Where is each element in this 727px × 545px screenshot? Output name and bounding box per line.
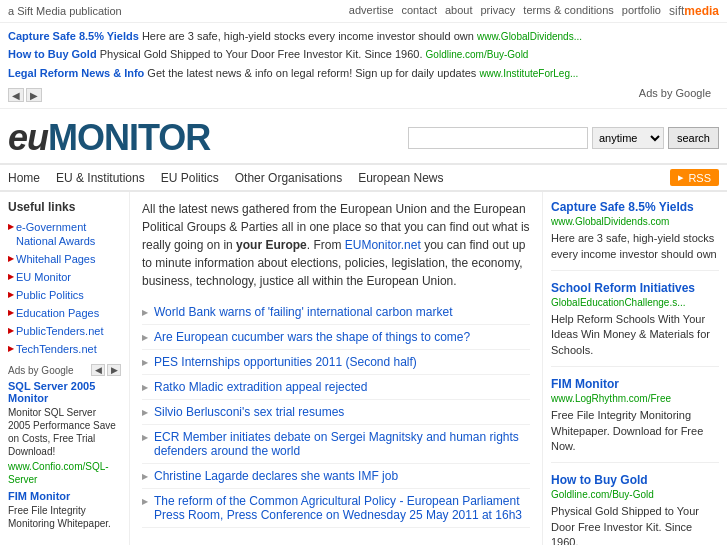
- nav-home[interactable]: Home: [8, 171, 40, 185]
- right-column: Capture Safe 8.5% Yields www.GlobalDivid…: [542, 192, 727, 545]
- news-item-8: The reform of the Common Agricultural Po…: [142, 489, 530, 528]
- sidebar-ad-title-1[interactable]: SQL Server 2005 Monitor: [8, 380, 95, 404]
- ad-row-2: How to Buy Gold Physical Gold Shipped to…: [8, 47, 719, 62]
- sidebar-ads-label: Ads by Google: [8, 365, 74, 376]
- ad-title-1[interactable]: Capture Safe 8.5% Yields: [8, 30, 139, 42]
- nav-terms[interactable]: terms & conditions: [523, 4, 613, 18]
- sidebar-ad-2: FIM Monitor Free File Integrity Monitori…: [8, 490, 121, 530]
- nav-contact[interactable]: contact: [402, 4, 437, 18]
- sidebar-title: Useful links: [8, 200, 121, 214]
- right-ad-title-4[interactable]: How to Buy Gold Goldline.com/Buy-Gold: [551, 473, 719, 501]
- news-item-3: PES Internships opportunities 2011 (Seco…: [142, 350, 530, 375]
- sidebar-item-eumonitor[interactable]: EU Monitor: [8, 270, 121, 284]
- news-item-4: Ratko Mladic extradition appeal rejected: [142, 375, 530, 400]
- right-ad-text-1: Here are 3 safe, high-yield stocks every…: [551, 231, 719, 262]
- main-nav: Home EU & Institutions EU Politics Other…: [0, 163, 727, 192]
- right-ad-url-3: www.LogRhythm.com/Free: [551, 393, 671, 404]
- sidebar-item-publictenders[interactable]: PublicTenders.net: [8, 324, 121, 338]
- ad-controls: ◀ ▶: [8, 88, 42, 102]
- ad-url-3: www.InstituteForLeg...: [479, 68, 578, 79]
- sidebar-links: e-Government National Awards Whitehall P…: [8, 220, 121, 356]
- intro-text: All the latest news gathered from the Eu…: [142, 200, 530, 290]
- search-input[interactable]: [408, 127, 588, 149]
- right-ad-4: How to Buy Gold Goldline.com/Buy-Gold Ph…: [551, 473, 719, 545]
- top-nav: advertise contact about privacy terms & …: [349, 4, 719, 18]
- logo-eu: eu: [8, 117, 48, 158]
- sift-logo: siftmedia: [669, 4, 719, 18]
- nav-advertise[interactable]: advertise: [349, 4, 394, 18]
- right-ad-text-3: Free File Integrity Monitoring Whitepape…: [551, 408, 719, 454]
- sidebar-ads: Ads by Google ◀ ▶ SQL Server 2005 Monito…: [8, 364, 121, 530]
- publication-label: a Sift Media publication: [8, 5, 122, 17]
- right-ad-url-2: GlobalEducationChallenge.s...: [551, 297, 686, 308]
- search-button[interactable]: search: [668, 127, 719, 149]
- sidebar-ad-1: SQL Server 2005 Monitor Monitor SQL Serv…: [8, 380, 121, 486]
- rss-button[interactable]: ▸ RSS: [670, 169, 719, 186]
- sidebar-ad-text-1: Monitor SQL Server 2005 Performance Save…: [8, 406, 121, 458]
- ad-text-1: Here are 3 safe, high-yield stocks every…: [142, 30, 477, 42]
- nav-links: Home EU & Institutions EU Politics Other…: [8, 171, 444, 185]
- right-ad-2: School Reform Initiatives GlobalEducatio…: [551, 281, 719, 367]
- ad-text-2: Physical Gold Shipped to Your Door Free …: [100, 48, 426, 60]
- sidebar: Useful links e-Government National Award…: [0, 192, 130, 545]
- nav-eu-politics[interactable]: EU Politics: [161, 171, 219, 185]
- rss-label: RSS: [688, 172, 711, 184]
- nav-portfolio[interactable]: portfolio: [622, 4, 661, 18]
- ad-row-1: Capture Safe 8.5% Yields Here are 3 safe…: [8, 29, 719, 44]
- ads-by-google-top: Ads by Google: [639, 87, 719, 99]
- right-ad-title-3[interactable]: FIM Monitor www.LogRhythm.com/Free: [551, 377, 719, 405]
- right-ad-text-4: Physical Gold Shipped to Your Door Free …: [551, 504, 719, 545]
- right-ad-title-2[interactable]: School Reform Initiatives GlobalEducatio…: [551, 281, 719, 309]
- nav-privacy[interactable]: privacy: [481, 4, 516, 18]
- rss-icon: ▸: [678, 171, 684, 184]
- top-bar: a Sift Media publication advertise conta…: [0, 0, 727, 23]
- right-ad-title-1[interactable]: Capture Safe 8.5% Yields www.GlobalDivid…: [551, 200, 719, 228]
- news-list: World Bank warns of 'failing' internatio…: [142, 300, 530, 528]
- sidebar-ad-prev[interactable]: ◀: [91, 364, 105, 376]
- right-ad-url-4: Goldline.com/Buy-Gold: [551, 489, 654, 500]
- sidebar-ads-header: Ads by Google ◀ ▶: [8, 364, 121, 376]
- news-item-6: ECR Member initiates debate on Sergei Ma…: [142, 425, 530, 464]
- logo-monitor: MONITOR: [48, 117, 210, 158]
- right-ad-1: Capture Safe 8.5% Yields www.GlobalDivid…: [551, 200, 719, 271]
- news-item-2: Are European cucumber wars the shape of …: [142, 325, 530, 350]
- header: euMONITOR anytime today this week search: [0, 109, 727, 163]
- ad-title-3[interactable]: Legal Reform News & Info: [8, 67, 144, 79]
- sidebar-item-education[interactable]: Education Pages: [8, 306, 121, 320]
- ad-url-1: www.GlobalDividends...: [477, 31, 582, 42]
- ad-row-3: Legal Reform News & Info Get the latest …: [8, 66, 719, 81]
- right-ad-url-1: www.GlobalDividends.com: [551, 216, 669, 227]
- center-content: All the latest news gathered from the Eu…: [130, 192, 542, 545]
- ad-url-2: Goldline.com/Buy-Gold: [426, 49, 529, 60]
- ad-next-arrow[interactable]: ▶: [26, 88, 42, 102]
- sidebar-ad-title-2[interactable]: FIM Monitor: [8, 490, 70, 502]
- nav-other-organisations[interactable]: Other Organisations: [235, 171, 342, 185]
- sidebar-item-whitehall[interactable]: Whitehall Pages: [8, 252, 121, 266]
- sidebar-ad-next[interactable]: ▶: [107, 364, 121, 376]
- search-area: anytime today this week search: [408, 127, 719, 149]
- ad-title-2[interactable]: How to Buy Gold: [8, 48, 97, 60]
- news-item-7: Christine Lagarde declares she wants IMF…: [142, 464, 530, 489]
- nav-european-news[interactable]: European News: [358, 171, 443, 185]
- nav-eu-institutions[interactable]: EU & Institutions: [56, 171, 145, 185]
- right-ad-text-2: Help Reform Schools With Your Ideas Win …: [551, 312, 719, 358]
- sidebar-ad-text-2: Free File Integrity Monitoring Whitepape…: [8, 504, 121, 530]
- ad-strip: Capture Safe 8.5% Yields Here are 3 safe…: [0, 23, 727, 109]
- site-logo: euMONITOR: [8, 117, 210, 159]
- nav-about[interactable]: about: [445, 4, 473, 18]
- right-ad-3: FIM Monitor www.LogRhythm.com/Free Free …: [551, 377, 719, 463]
- sidebar-item-egovernment[interactable]: e-Government National Awards: [8, 220, 121, 248]
- time-select[interactable]: anytime today this week: [592, 127, 664, 149]
- sidebar-item-techtenders[interactable]: TechTenders.net: [8, 342, 121, 356]
- news-item-1: World Bank warns of 'failing' internatio…: [142, 300, 530, 325]
- main-content: Useful links e-Government National Award…: [0, 192, 727, 545]
- ad-prev-arrow[interactable]: ◀: [8, 88, 24, 102]
- news-item-5: Silvio Berlusconi's sex trial resumes: [142, 400, 530, 425]
- ad-text-3: Get the latest news & info on legal refo…: [147, 67, 479, 79]
- sidebar-ads-arrows: ◀ ▶: [91, 364, 121, 376]
- sidebar-item-publicpolitics[interactable]: Public Politics: [8, 288, 121, 302]
- sidebar-ad-url-1: www.Confio.com/SQL-Server: [8, 460, 121, 486]
